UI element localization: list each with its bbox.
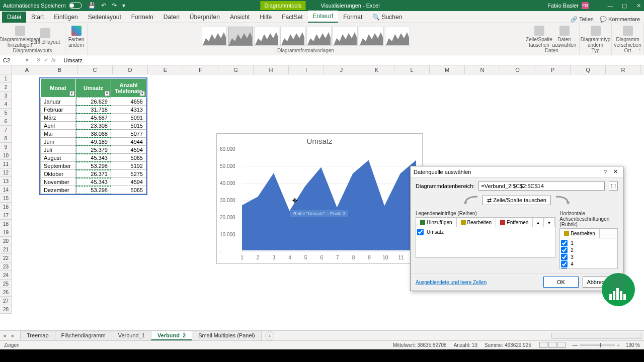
chart-style-preview[interactable] xyxy=(254,27,279,46)
tab-view[interactable]: Ansicht xyxy=(225,12,255,23)
col-header[interactable]: N xyxy=(465,65,500,74)
col-header[interactable]: P xyxy=(535,65,571,74)
collapse-range-icon[interactable]: ⬚ xyxy=(609,182,618,191)
redo-icon[interactable]: ↷ xyxy=(112,2,117,9)
col-header[interactable]: D xyxy=(113,65,148,74)
table-row[interactable]: September53.2985192 xyxy=(41,162,146,170)
table-row[interactable]: Oktober26.3715275 xyxy=(41,170,146,178)
sheet-tab[interactable]: Small Multiples (Panel) xyxy=(192,331,261,340)
row-header[interactable]: 3 xyxy=(0,92,12,100)
dialog-close-icon[interactable]: ✕ xyxy=(611,167,620,176)
axis-checkbox[interactable] xyxy=(561,268,568,269)
col-header[interactable]: H xyxy=(254,65,289,74)
row-headers[interactable]: 1234567891011121314151617181920212223242… xyxy=(0,74,12,314)
table-row[interactable]: Mai38.0685077 xyxy=(41,130,146,138)
tab-factset[interactable]: FactSet xyxy=(277,12,307,23)
row-header[interactable]: 12 xyxy=(0,168,12,177)
close-icon[interactable]: ✕ xyxy=(635,3,642,9)
row-header[interactable]: 19 xyxy=(0,228,12,237)
add-chart-element-button[interactable]: Diagrammelement hinzufügen xyxy=(8,25,32,48)
series-item[interactable]: Umsatz xyxy=(417,228,554,235)
row-header[interactable]: 22 xyxy=(0,254,12,262)
series-remove-button[interactable]: Entfernen xyxy=(496,218,533,227)
col-header[interactable]: K xyxy=(359,65,394,74)
sheet-tab[interactable]: Flächendiagramm xyxy=(55,331,112,340)
col-header[interactable]: L xyxy=(394,65,430,74)
col-header[interactable]: I xyxy=(289,65,324,74)
change-colors-button[interactable]: Farben ändern xyxy=(64,25,89,48)
axis-item[interactable]: 2 xyxy=(561,246,616,253)
table-row[interactable]: November45.3434594 xyxy=(41,178,146,186)
chart-title[interactable]: Umsatz xyxy=(217,134,422,146)
row-header[interactable]: 10 xyxy=(0,151,12,160)
name-box[interactable]: C2 ▾ xyxy=(0,55,32,65)
add-sheet-button[interactable]: + xyxy=(265,331,274,340)
chart-style-preview[interactable] xyxy=(333,27,358,46)
row-header[interactable]: 25 xyxy=(0,280,12,288)
quick-layout-button[interactable]: Schnelllayout xyxy=(33,27,57,45)
series-up-button[interactable]: ▴ xyxy=(533,218,544,227)
row-header[interactable]: 21 xyxy=(0,245,12,254)
switch-row-col-button[interactable]: Zeile/Spalte tauschen xyxy=(527,25,551,48)
switch-row-col-dialog-button[interactable]: ⇄ Zeile/Spalte tauschen xyxy=(482,196,551,205)
axis-checkbox[interactable] xyxy=(561,240,568,246)
table-row[interactable]: April23.3085015 xyxy=(41,122,146,130)
col-header[interactable]: G xyxy=(218,65,254,74)
table-row[interactable]: Dezember53.2985065 xyxy=(41,186,146,194)
formula-input[interactable]: Umsatz xyxy=(60,57,644,63)
ok-button[interactable]: OK xyxy=(543,277,579,288)
row-header[interactable]: 2 xyxy=(0,83,12,92)
maximize-icon[interactable]: ▢ xyxy=(621,3,628,9)
sheet-tab[interactable]: Verbund_2 xyxy=(151,331,192,340)
chart-style-preview[interactable] xyxy=(306,27,332,46)
undo-icon[interactable]: ↶ xyxy=(101,2,106,9)
filter-icon[interactable]: ▾ xyxy=(69,91,74,96)
row-header[interactable]: 11 xyxy=(0,160,12,168)
filter-icon[interactable]: ▾ xyxy=(140,91,145,96)
sheet-tab[interactable]: Treemap xyxy=(20,331,55,340)
col-header[interactable]: C xyxy=(77,65,113,74)
chart-style-preview[interactable] xyxy=(385,27,410,46)
row-header[interactable]: 23 xyxy=(0,262,12,271)
table-row[interactable]: Juni49.1894944 xyxy=(41,138,146,146)
col-header[interactable]: F xyxy=(183,65,218,74)
axis-item[interactable]: 4 xyxy=(561,260,616,267)
axis-checkbox[interactable] xyxy=(561,247,568,253)
table-row[interactable]: März45.6875091 xyxy=(41,114,146,122)
tab-format[interactable]: Format xyxy=(338,12,367,23)
row-header[interactable]: 28 xyxy=(0,305,12,314)
cancel-fx-icon[interactable]: ✕ xyxy=(36,57,41,63)
row-header[interactable]: 7 xyxy=(0,126,12,134)
table-row[interactable]: August45.3435065 xyxy=(41,154,146,162)
tab-design[interactable]: Entwurf xyxy=(308,11,339,23)
col-header[interactable]: Q xyxy=(571,65,606,74)
tab-pagelayout[interactable]: Seitenlayout xyxy=(83,12,126,23)
search-button[interactable]: 🔍 Suchen xyxy=(367,12,407,23)
collapse-ribbon-icon[interactable]: ˄ xyxy=(638,48,641,54)
dialog-help-icon[interactable]: ? xyxy=(604,169,607,175)
qat-more-icon[interactable]: ▾ xyxy=(122,2,125,9)
row-header[interactable]: 26 xyxy=(0,288,12,297)
row-header[interactable]: 20 xyxy=(0,237,12,245)
sheet-nav-icon[interactable]: ◂ ▸ xyxy=(3,332,17,339)
account-button[interactable]: Fabio Basler FB xyxy=(547,2,589,9)
row-header[interactable]: 27 xyxy=(0,297,12,305)
chart-style-preview[interactable] xyxy=(228,27,253,46)
chart-style-gallery[interactable] xyxy=(202,24,410,48)
col-header[interactable]: J xyxy=(324,65,359,74)
col-header[interactable]: O xyxy=(500,65,535,74)
axis-checkbox[interactable] xyxy=(561,261,568,267)
share-button[interactable]: 🔗 Teilen xyxy=(571,16,594,23)
series-edit-button[interactable]: Bearbeiten xyxy=(457,218,496,227)
row-header[interactable]: 8 xyxy=(0,134,12,143)
enter-fx-icon[interactable]: ✓ xyxy=(44,57,48,63)
tab-insert[interactable]: Einfügen xyxy=(49,12,83,23)
chart-style-preview[interactable] xyxy=(280,27,305,46)
row-header[interactable]: 16 xyxy=(0,203,12,211)
series-down-button[interactable]: ▾ xyxy=(544,218,555,227)
horizontal-scrollbar[interactable] xyxy=(551,333,642,339)
view-buttons[interactable] xyxy=(538,342,566,349)
col-header[interactable]: B xyxy=(42,65,77,74)
table-row[interactable]: Februar31.7184313 xyxy=(41,106,146,114)
axis-listbox[interactable]: 1 2 3 4 5 xyxy=(559,238,618,269)
